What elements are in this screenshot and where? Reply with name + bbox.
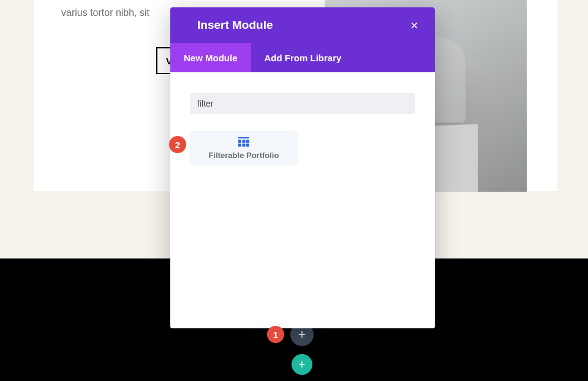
svg-rect-0 [238,137,249,138]
tab-new-module[interactable]: New Module [170,43,251,72]
module-filterable-portfolio[interactable]: Filterable Portfolio [190,131,298,165]
plus-icon [297,330,307,339]
insert-module-modal: Insert Module New Module Add From Librar… [170,7,435,328]
svg-rect-2 [243,140,246,143]
body-text: varius tortor nibh, sit [61,7,149,18]
svg-rect-5 [243,143,246,146]
svg-rect-6 [246,143,249,146]
svg-rect-1 [238,140,241,143]
close-icon [410,21,419,30]
modal-header: Insert Module [170,7,435,43]
modal-tabs: New Module Add From Library [170,43,435,72]
annotation-badge-1: 1 [267,326,284,343]
tab-add-from-library[interactable]: Add From Library [251,43,355,72]
annotation-badge-2: 2 [169,136,186,153]
plus-icon [298,360,306,369]
close-button[interactable] [408,19,420,31]
svg-rect-4 [238,143,241,146]
portfolio-grid-icon [238,137,249,147]
module-label: Filterable Portfolio [209,151,279,160]
add-section-button[interactable] [292,354,312,375]
search-input[interactable] [190,93,415,114]
modal-title: Insert Module [197,18,273,32]
modal-body: Filterable Portfolio [170,72,435,328]
svg-rect-3 [246,140,249,143]
